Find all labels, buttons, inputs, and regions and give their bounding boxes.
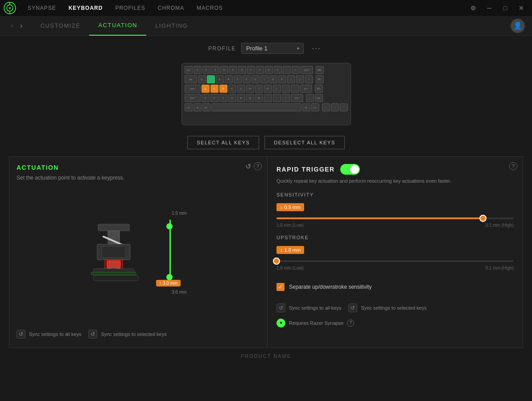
key-4[interactable]: 4 xyxy=(220,66,228,74)
actuation-sync-all-button[interactable]: ↺ Sync settings to all keys xyxy=(16,328,81,340)
key-j[interactable]: J xyxy=(255,85,263,93)
settings-button[interactable]: ⚙ xyxy=(466,2,480,14)
key-f[interactable]: F xyxy=(228,85,236,93)
key-quote[interactable]: ' xyxy=(291,85,299,93)
sensitivity-slider-track[interactable] xyxy=(276,217,514,219)
key-8[interactable]: 8 xyxy=(256,66,264,74)
key-u[interactable]: U xyxy=(252,75,260,83)
actuation-reset-icon[interactable]: ↺ xyxy=(245,162,251,171)
key-6[interactable]: 6 xyxy=(238,66,246,74)
key-0[interactable]: 0 xyxy=(274,66,282,74)
key-fn[interactable]: FN xyxy=(302,103,310,111)
nav-keyboard[interactable]: KEYBOARD xyxy=(62,0,109,16)
key-rshift[interactable]: SHFT xyxy=(291,94,303,102)
key-comma[interactable]: , xyxy=(264,94,272,102)
tab-customize[interactable]: CUSTOMIZE xyxy=(32,16,90,36)
user-avatar[interactable]: 👤 xyxy=(511,19,525,33)
key-lbracket[interactable]: [ xyxy=(287,75,295,83)
key-space[interactable] xyxy=(211,103,301,111)
nav-back-arrow[interactable]: ‹ xyxy=(7,22,16,30)
key-end[interactable]: END xyxy=(315,94,323,102)
actuation-help-icon[interactable]: ? xyxy=(254,162,262,170)
nav-forward-arrow[interactable]: › xyxy=(16,22,26,30)
key-tab[interactable]: TAB xyxy=(185,75,197,83)
key-o[interactable]: O xyxy=(269,75,277,83)
key-9[interactable]: 9 xyxy=(265,66,273,74)
key-k[interactable]: K xyxy=(264,85,272,93)
nav-profiles[interactable]: PROFILES xyxy=(109,0,151,16)
key-lwin[interactable]: ⊞ xyxy=(194,103,202,111)
key-p[interactable]: P xyxy=(278,75,286,83)
key-semicolon[interactable]: ; xyxy=(282,85,290,93)
key-l[interactable]: L xyxy=(273,85,281,93)
key-down[interactable]: ↓ xyxy=(331,103,339,111)
key-q[interactable]: Q xyxy=(198,75,206,83)
key-rbracket[interactable]: ] xyxy=(296,75,304,83)
key-z[interactable]: Z xyxy=(202,94,210,102)
upstroke-slider-track[interactable] xyxy=(276,260,514,262)
key-slash[interactable]: / xyxy=(282,94,290,102)
key-pgdn[interactable]: PD xyxy=(315,85,323,93)
key-n[interactable]: N xyxy=(246,94,254,102)
key-del[interactable]: DEL xyxy=(316,66,324,74)
key-d[interactable]: D xyxy=(219,85,227,93)
key-lshift[interactable]: SHFT xyxy=(185,94,201,102)
separate-sensitivity-checkbox[interactable]: ✓ xyxy=(276,283,285,291)
tab-actuation[interactable]: ACTUATION xyxy=(89,16,146,36)
key-5[interactable]: 5 xyxy=(229,66,237,74)
key-backslash[interactable]: \ xyxy=(305,75,313,83)
key-g[interactable]: G xyxy=(237,85,245,93)
key-r[interactable]: R xyxy=(225,75,233,83)
key-2[interactable]: 2 xyxy=(202,66,210,74)
key-backspace[interactable]: BKSP xyxy=(301,66,313,74)
key-up[interactable]: ↑ xyxy=(306,94,314,102)
nav-synapse[interactable]: SYNAPSE xyxy=(21,0,62,16)
key-3[interactable]: 3 xyxy=(211,66,219,74)
deselect-all-keys-button[interactable]: DESELECT ALL KEYS xyxy=(264,136,344,149)
key-equals[interactable]: = xyxy=(292,66,300,74)
key-right[interactable]: → xyxy=(340,103,348,111)
actuation-sync-selected-button[interactable]: ↺ Sync settings to selected keys xyxy=(88,328,166,340)
key-m[interactable]: M xyxy=(255,94,263,102)
key-c[interactable]: C xyxy=(219,94,227,102)
key-t[interactable]: T xyxy=(234,75,242,83)
maximize-button[interactable]: □ xyxy=(498,2,512,14)
key-1[interactable]: 1 xyxy=(194,66,202,74)
key-lalt[interactable]: ALT xyxy=(202,103,210,111)
key-esc[interactable]: ESC xyxy=(185,66,193,74)
key-minus[interactable]: - xyxy=(283,66,291,74)
minimize-button[interactable]: ─ xyxy=(482,2,496,14)
key-pgup[interactable]: PU xyxy=(316,75,324,83)
key-caps[interactable]: CAPS xyxy=(185,85,201,93)
rapid-trigger-toggle[interactable] xyxy=(340,164,360,175)
key-v[interactable]: V xyxy=(228,94,236,102)
profile-more-button[interactable]: ··· xyxy=(309,43,324,54)
key-rctrl[interactable]: CTL xyxy=(311,103,319,111)
key-b[interactable]: B xyxy=(237,94,245,102)
nav-macros[interactable]: MACROS xyxy=(190,0,229,16)
key-a[interactable]: A xyxy=(202,85,210,93)
key-i[interactable]: I xyxy=(260,75,268,83)
upstroke-slider-thumb[interactable] xyxy=(273,258,280,265)
key-y[interactable]: Y xyxy=(243,75,251,83)
rapid-sync-all-button[interactable]: ↺ Sync settings to all keys xyxy=(276,302,341,314)
key-lctrl[interactable]: CTL xyxy=(185,103,193,111)
close-button[interactable]: ✕ xyxy=(514,2,528,14)
key-e[interactable]: E xyxy=(216,75,224,83)
key-7[interactable]: 7 xyxy=(247,66,255,74)
synapse-help-icon[interactable]: ? xyxy=(347,319,354,327)
select-all-keys-button[interactable]: SELECT ALL KEYS xyxy=(187,136,259,149)
key-period[interactable]: . xyxy=(273,94,281,102)
key-s[interactable]: S xyxy=(210,85,219,93)
key-h[interactable]: H xyxy=(246,85,254,93)
sensitivity-slider-thumb[interactable] xyxy=(479,215,487,222)
nav-chroma[interactable]: CHROMA xyxy=(152,0,190,16)
rapid-sync-selected-button[interactable]: ↺ Sync settings to selected keys xyxy=(348,302,426,314)
profile-select[interactable]: Profile 1 Profile 2 Profile 3 xyxy=(241,43,304,54)
key-left[interactable]: ← xyxy=(322,103,330,111)
key-x[interactable]: X xyxy=(210,94,219,102)
tab-lighting[interactable]: LIGHTING xyxy=(146,16,197,36)
key-w[interactable]: W xyxy=(207,75,215,83)
rapid-help-icon[interactable]: ? xyxy=(509,162,517,170)
key-enter[interactable]: ENT xyxy=(300,85,312,93)
